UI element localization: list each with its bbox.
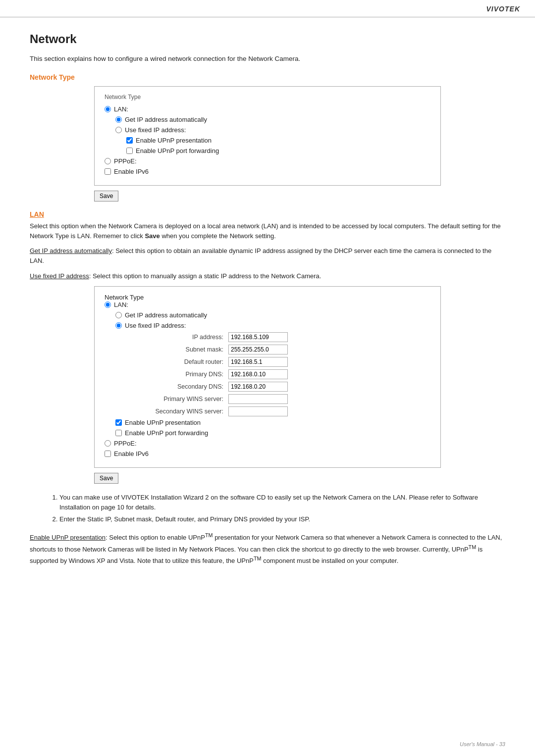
pppoe-row[interactable]: PPPoE: [105, 157, 430, 165]
box2-lan-radio[interactable] [105, 302, 111, 308]
network-type-box2: Network Type LAN: Get IP address automat… [94, 286, 441, 468]
get-ip-auto-link: Get IP address automatically [30, 247, 112, 254]
get-ip-auto-radio[interactable] [115, 116, 122, 123]
enable-upnp-link: Enable UPnP presentation [30, 534, 106, 541]
box2-enable-ipv6-checkbox[interactable] [105, 451, 111, 457]
pppoe-label: PPPoE: [114, 157, 137, 165]
lan-desc-text2: when you complete the Network setting. [160, 232, 276, 240]
default-router-label: Default router: [144, 358, 223, 365]
subnet-mask-row: Subnet mask: [144, 345, 430, 354]
get-ip-auto-label: Get IP address automatically [125, 116, 207, 123]
ip-address-row: IP address: [144, 332, 430, 342]
note-1: You can make use of VIVOTEK Installation… [59, 493, 505, 512]
box2-get-ip-label: Get IP address automatically [125, 311, 207, 319]
default-router-row: Default router: [144, 357, 430, 367]
enable-ipv6-label: Enable IPv6 [114, 168, 149, 175]
get-ip-auto-desc: Get IP address automatically: Select thi… [30, 246, 505, 266]
box2-title: Network Type [105, 294, 430, 301]
enable-upnp-row[interactable]: Enable UPnP presentation [126, 137, 430, 144]
subnet-mask-input[interactable] [228, 345, 288, 354]
enable-upnp-checkbox[interactable] [126, 137, 133, 144]
enable-upnp-port-checkbox[interactable] [126, 148, 133, 154]
secondary-wins-row: Secondary WINS server: [144, 406, 430, 416]
fixed-ip-desc-text: : Select this option to manually assign … [89, 272, 321, 280]
note-2: Enter the Static IP, Subnet mask, Defaul… [59, 514, 505, 524]
enable-ipv6-row[interactable]: Enable IPv6 [105, 168, 430, 175]
use-fixed-ip-row[interactable]: Use fixed IP address: [115, 126, 430, 134]
box2-enable-ipv6-label: Enable IPv6 [114, 450, 149, 457]
enable-upnp-port-row[interactable]: Enable UPnP port forwarding [126, 147, 430, 154]
main-content: Network This section explains how to con… [0, 17, 535, 591]
secondary-wins-label: Secondary WINS server: [144, 408, 223, 415]
box2-enable-upnp-port-label: Enable UPnP port forwarding [125, 429, 208, 437]
use-fixed-ip-radio[interactable] [115, 127, 122, 133]
lan-label: LAN: [114, 105, 128, 113]
secondary-dns-row: Secondary DNS: [144, 382, 430, 392]
ip-address-input[interactable] [228, 332, 288, 342]
box2-enable-upnp-row[interactable]: Enable UPnP presentation [115, 419, 430, 426]
intro-text: This section explains how to configure a… [30, 55, 505, 62]
box2-fixed-ip-label: Use fixed IP address: [125, 322, 186, 329]
fixed-ip-desc: Use fixed IP address: Select this option… [30, 271, 505, 281]
box2-enable-upnp-checkbox[interactable] [115, 419, 122, 426]
lan-radio-row[interactable]: LAN: [105, 105, 430, 113]
primary-wins-row: Primary WINS server: [144, 394, 430, 404]
get-ip-auto-row[interactable]: Get IP address automatically [115, 116, 430, 123]
enable-upnp-label: Enable UPnP presentation [136, 137, 212, 144]
page-header: VIVOTEK [0, 0, 535, 17]
notes-list: You can make use of VIVOTEK Installation… [59, 493, 505, 524]
fixed-ip-link: Use fixed IP address [30, 272, 89, 280]
use-fixed-ip-label: Use fixed IP address: [125, 126, 186, 134]
primary-dns-label: Primary DNS: [144, 371, 223, 378]
save-bold: Save [145, 232, 160, 240]
enable-upnp-port-label: Enable UPnP port forwarding [136, 147, 219, 154]
default-router-input[interactable] [228, 357, 288, 367]
page-footer: User's Manual - 33 [460, 741, 505, 747]
enable-ipv6-checkbox[interactable] [105, 168, 111, 175]
primary-wins-label: Primary WINS server: [144, 396, 223, 403]
ip-address-label: IP address: [144, 334, 223, 341]
box2-get-ip-radio[interactable] [115, 312, 122, 318]
primary-dns-input[interactable] [228, 369, 288, 379]
primary-wins-input[interactable] [228, 394, 288, 404]
box2-pppoe-row[interactable]: PPPoE: [105, 440, 430, 447]
lan-section-title: LAN [30, 210, 505, 218]
lan-radio[interactable] [105, 106, 111, 112]
box2-pppoe-radio[interactable] [105, 440, 111, 447]
subnet-mask-label: Subnet mask: [144, 346, 223, 353]
vivotek-logo: VIVOTEK [486, 5, 520, 13]
box2-fixed-ip-radio[interactable] [115, 322, 122, 329]
secondary-dns-input[interactable] [228, 382, 288, 392]
box2-fixed-ip-row[interactable]: Use fixed IP address: [115, 322, 430, 329]
box2-lan-label: LAN: [114, 301, 128, 308]
box2-enable-ipv6-row[interactable]: Enable IPv6 [105, 450, 430, 457]
pppoe-radio[interactable] [105, 158, 111, 164]
lan-description: Select this option when the Network Came… [30, 221, 505, 241]
network-type-section-title: Network Type [30, 73, 505, 81]
enable-upnp-section: Enable UPnP presentation: Select this op… [30, 531, 505, 566]
box2-pppoe-label: PPPoE: [114, 440, 137, 447]
box2-lan-row[interactable]: LAN: [105, 301, 430, 308]
box2-enable-upnp-port-checkbox[interactable] [115, 430, 122, 436]
box2-enable-upnp-port-row[interactable]: Enable UPnP port forwarding [115, 429, 430, 437]
network-type-box1: Network Type LAN: Get IP address automat… [94, 86, 441, 186]
page-title: Network [30, 32, 505, 46]
box1-title: Network Type [105, 94, 430, 101]
secondary-wins-input[interactable] [228, 406, 288, 416]
box2-enable-upnp-label: Enable UPnP presentation [125, 419, 201, 426]
box2-get-ip-row[interactable]: Get IP address automatically [115, 311, 430, 319]
secondary-dns-label: Secondary DNS: [144, 383, 223, 390]
save-button-2[interactable]: Save [94, 473, 118, 484]
save-button-1[interactable]: Save [94, 191, 118, 202]
primary-dns-row: Primary DNS: [144, 369, 430, 379]
